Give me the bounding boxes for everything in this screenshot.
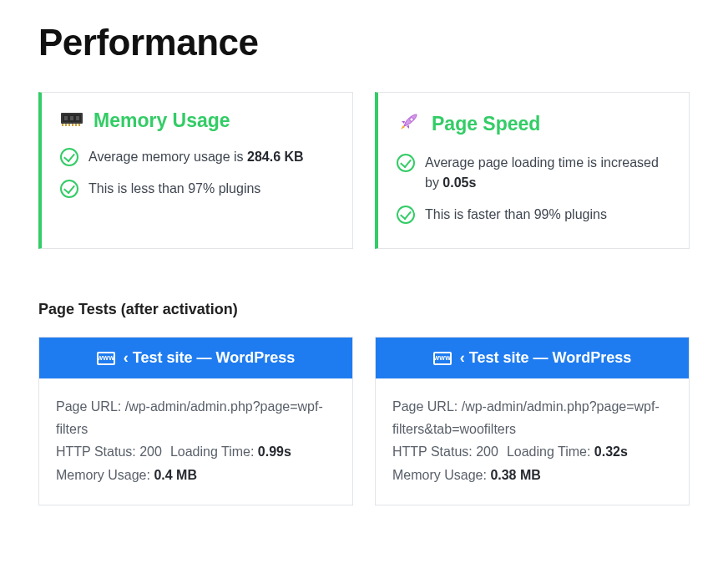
value: 0.99s: [258, 444, 291, 459]
test-status-row: HTTP Status: 200 Loading Time: 0.32s: [392, 440, 672, 463]
page-tests-title: Page Tests (after activation): [38, 301, 690, 318]
check-icon: [397, 154, 415, 172]
test-card: WWW ‹ Test site — WordPress Page URL: /w…: [38, 337, 353, 505]
test-page-url-row: Page URL: /wp-admin/admin.php?page=wpf-f…: [56, 395, 336, 440]
value: 200: [139, 444, 162, 459]
test-card-header: WWW ‹ Test site — WordPress: [39, 338, 352, 378]
test-card-body: Page URL: /wp-admin/admin.php?page=wpf-f…: [39, 378, 352, 505]
svg-point-11: [410, 118, 413, 121]
svg-rect-4: [76, 116, 79, 120]
test-page-url-row: Page URL: /wp-admin/admin.php?page=wpf-f…: [392, 395, 672, 440]
memory-bullet-1-text: Average memory usage is 284.6 KB: [88, 147, 304, 167]
rocket-icon: [397, 109, 422, 138]
label: Memory Usage:: [56, 468, 154, 482]
value: 0.4 MB: [154, 468, 197, 482]
http-status: HTTP Status: 200: [392, 440, 498, 463]
test-header-label: ‹ Test site — WordPress: [124, 349, 295, 367]
memory-card-title: Memory Usage: [94, 109, 230, 132]
test-status-row: HTTP Status: 200 Loading Time: 0.99s: [56, 440, 336, 463]
value: 0.32s: [594, 444, 628, 459]
test-card-header: WWW ‹ Test site — WordPress: [376, 338, 689, 378]
svg-rect-10: [78, 124, 80, 126]
speed-bullet-2: This is faster than 99% plugins: [397, 205, 670, 225]
text-prefix: Average memory usage is: [88, 150, 247, 164]
label: Page URL:: [392, 399, 462, 414]
loading-time: Loading Time: 0.99s: [170, 440, 291, 463]
speed-bullet-1: Average page loading time is increased b…: [397, 153, 670, 193]
speed-bullet-2-text: This is faster than 99% plugins: [425, 205, 607, 225]
svg-rect-3: [70, 116, 73, 120]
test-memory-row: Memory Usage: 0.4 MB: [56, 464, 336, 486]
performance-cards-row: Memory Usage Average memory usage is 284…: [38, 92, 690, 249]
svg-rect-6: [65, 124, 67, 126]
www-icon: WWW: [433, 352, 452, 365]
check-icon: [60, 180, 78, 198]
test-memory-row: Memory Usage: 0.38 MB: [392, 464, 672, 486]
memory-bullet-1: Average memory usage is 284.6 KB: [60, 147, 334, 167]
memory-chip-icon: [60, 110, 83, 132]
check-icon: [60, 148, 78, 166]
speed-bullet-1-text: Average page loading time is increased b…: [425, 153, 670, 193]
memory-usage-card: Memory Usage Average memory usage is 284…: [38, 92, 353, 249]
svg-rect-7: [68, 124, 70, 126]
text-strong: 0.05s: [442, 175, 476, 190]
page-speed-card: Page Speed Average page loading time is …: [375, 92, 690, 249]
test-header-label: ‹ Test site — WordPress: [460, 349, 631, 367]
label: Page URL:: [56, 399, 125, 414]
page-title: Performance: [38, 22, 690, 63]
value: 200: [476, 444, 498, 459]
www-icon: WWW: [97, 352, 115, 365]
svg-rect-9: [75, 124, 77, 126]
svg-rect-2: [64, 116, 68, 120]
http-status: HTTP Status: 200: [56, 440, 162, 463]
test-card-body: Page URL: /wp-admin/admin.php?page=wpf-f…: [376, 378, 689, 505]
text-prefix: This is faster than 99% plugins: [425, 207, 607, 221]
svg-rect-8: [72, 124, 73, 126]
label: Loading Time:: [170, 444, 258, 459]
value: 0.38 MB: [490, 468, 540, 482]
label: HTTP Status:: [392, 444, 476, 459]
check-icon: [397, 206, 415, 224]
test-card: WWW ‹ Test site — WordPress Page URL: /w…: [375, 337, 690, 505]
text-strong: 284.6 KB: [247, 150, 304, 164]
text-prefix: This is less than 97% plugins: [88, 181, 260, 196]
memory-bullet-2: This is less than 97% plugins: [60, 179, 334, 199]
svg-rect-5: [62, 124, 63, 126]
label: Memory Usage:: [392, 468, 490, 482]
memory-bullet-2-text: This is less than 97% plugins: [88, 179, 260, 199]
label: HTTP Status:: [56, 444, 139, 459]
speed-card-title: Page Speed: [432, 113, 540, 135]
label: Loading Time:: [507, 444, 594, 459]
loading-time: Loading Time: 0.32s: [507, 440, 628, 463]
page-tests-row: WWW ‹ Test site — WordPress Page URL: /w…: [38, 337, 690, 505]
